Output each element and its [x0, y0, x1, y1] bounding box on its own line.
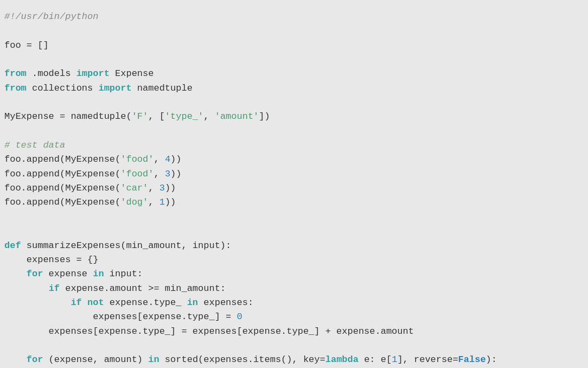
line-blank-5: [4, 210, 577, 224]
line-if: if expense.amount >= min_amount:: [4, 282, 577, 296]
line-for-sorted: for (expense, amount) in sorted(expenses…: [4, 353, 577, 367]
line-append2: foo.append(MyExpense('food', 3)): [4, 167, 577, 181]
line-for: for expense in input:: [4, 267, 577, 281]
line-def: def summarizeExpenses(min_amount, input)…: [4, 239, 577, 253]
line-blank-6: [4, 224, 577, 238]
line-comment-test: # test data: [4, 138, 577, 153]
line-import2: from collections import namedtuple: [4, 81, 577, 96]
line-append1: foo.append(MyExpense('food', 4)): [4, 153, 577, 167]
line-foo-assign: foo = []: [4, 39, 577, 53]
line-append4: foo.append(MyExpense('dog', 1)): [4, 195, 577, 210]
line-expenses-assign: expenses = {}: [4, 253, 577, 267]
line-blank-7: [4, 339, 577, 353]
line-if-not: if not expense.type_ in expenses:: [4, 296, 577, 310]
line-blank-3: [4, 96, 577, 110]
line-myexpense: MyExpense = namedtuple('F', ['type_', 'a…: [4, 110, 577, 124]
line-expenses-sum: expenses[expense.type_] = expenses[expen…: [4, 325, 577, 339]
line-expenses-zero: expenses[expense.type_] = 0: [4, 310, 577, 324]
code-container: #!/usr/bin/python foo = [] from .models …: [0, 0, 588, 368]
line-import1: from .models import Expense: [4, 67, 577, 81]
line-blank-4: [4, 124, 577, 138]
line-blank-1: [4, 24, 577, 38]
line-blank-2: [4, 53, 577, 67]
line-shebang: #!/usr/bin/python: [4, 10, 577, 24]
line-append3: foo.append(MyExpense('car', 3)): [4, 181, 577, 195]
